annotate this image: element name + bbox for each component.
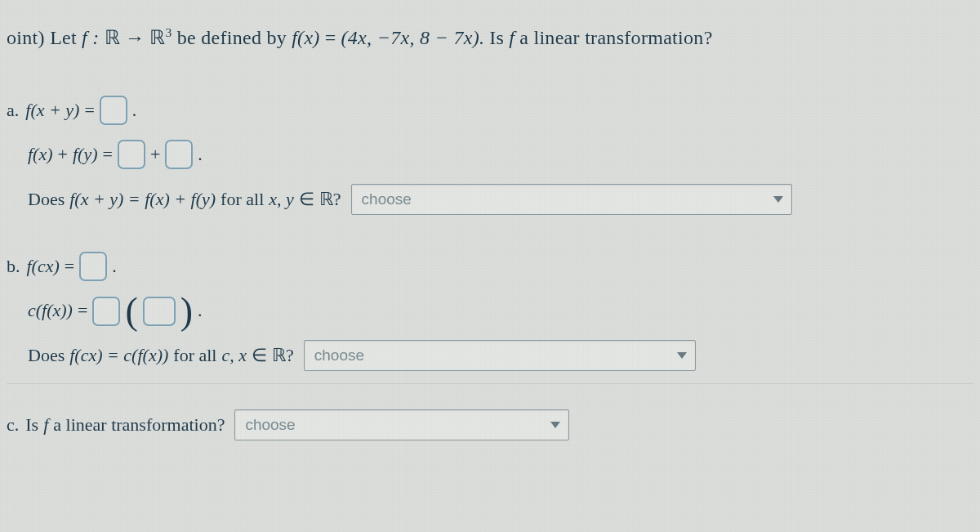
linear-question: a linear transformation? [519, 16, 712, 60]
a-input-2[interactable] [118, 140, 145, 169]
part-c-line: c. Is f a linear transformation? choose [7, 405, 973, 445]
a-forall: for all [220, 180, 264, 219]
chevron-down-icon [677, 352, 687, 359]
chevron-down-icon [773, 196, 783, 203]
f-var: f [509, 16, 514, 60]
b-lhs1: f(cx) [27, 247, 60, 286]
b-eq1: = [65, 247, 74, 286]
set-R-domain: ℝ [105, 16, 120, 60]
defined-by-text: be defined by [177, 16, 287, 60]
chevron-down-icon [550, 422, 560, 428]
b-in: ∈ [252, 336, 267, 375]
a-R: ℝ? [319, 180, 341, 219]
b-select-text: choose [314, 338, 364, 373]
equals: = [325, 16, 336, 60]
f-colon: f : [82, 16, 100, 60]
b-eq2: = [78, 291, 87, 330]
a-xy: x, y [269, 180, 294, 219]
a-period1: . [132, 91, 137, 130]
b-input-3[interactable] [143, 297, 176, 326]
c-is: Is [25, 405, 38, 445]
f-of-x: f(x) [292, 16, 320, 60]
a-input-1[interactable] [100, 96, 127, 125]
c-f: f [43, 405, 48, 445]
b-select[interactable]: choose [304, 340, 696, 371]
part-a-line2: f(x) + f(y) = + . [7, 135, 973, 174]
a-period2: . [198, 135, 203, 174]
part-b-line3: Does f(cx) = c(f(x)) for all c, x ∈ ℝ? c… [7, 336, 973, 384]
arrow: → [125, 16, 145, 60]
part-b-label: b. [7, 247, 20, 286]
part-b-line2: c(f(x)) = ( ) . [7, 291, 973, 330]
set-R-exponent: 3 [166, 25, 172, 39]
part-c-label: c. [7, 405, 19, 445]
set-R-base: ℝ [149, 27, 165, 48]
is-text: Is [489, 16, 504, 60]
set-R-codomain: ℝ3 [149, 16, 172, 60]
b-cx: c, x [221, 336, 247, 375]
part-a-label: a. [7, 91, 19, 130]
tuple-def: (4x, −7x, 8 − 7x). [341, 16, 485, 60]
a-fx: f(x) [28, 135, 53, 174]
b-R: ℝ? [272, 336, 294, 375]
a-eq1: = [84, 91, 94, 130]
b-period1: . [112, 247, 117, 286]
b-cfx: c(f(x)) [28, 291, 73, 330]
b-does: Does [28, 336, 65, 375]
b-input-2[interactable] [92, 297, 120, 326]
a-in: ∈ [299, 180, 314, 219]
b-condition: f(cx) = c(f(x)) [69, 336, 168, 375]
part-a-line1: a. f(x + y) = . [7, 91, 973, 130]
c-linear: a linear transformation? [53, 405, 225, 445]
part-a-line3: Does f(x + y) = f(x) + f(y) for all x, y… [7, 180, 973, 219]
a-select-text: choose [362, 182, 412, 217]
b-input-1[interactable] [79, 252, 107, 281]
a-condition: f(x + y) = f(x) + f(y) [69, 180, 216, 219]
a-plus2: + [150, 135, 160, 174]
part-b-line1: b. f(cx) = . [7, 247, 973, 286]
question-intro: oint) Let f : ℝ → ℝ3 be defined by f(x) … [7, 16, 973, 60]
a-input-3[interactable] [165, 140, 193, 169]
a-does: Does [28, 180, 65, 219]
b-forall: for all [173, 336, 216, 375]
a-select[interactable]: choose [351, 184, 792, 215]
c-select[interactable]: choose [234, 409, 569, 440]
a-plus1: + [58, 135, 68, 174]
intro-prefix: oint) Let [7, 16, 77, 60]
b-period2: . [198, 291, 203, 330]
a-lhs1: f(x + y) [25, 91, 79, 130]
a-eq2: = [102, 135, 112, 174]
a-fy: f(y) [73, 135, 98, 174]
c-select-text: choose [245, 408, 295, 442]
